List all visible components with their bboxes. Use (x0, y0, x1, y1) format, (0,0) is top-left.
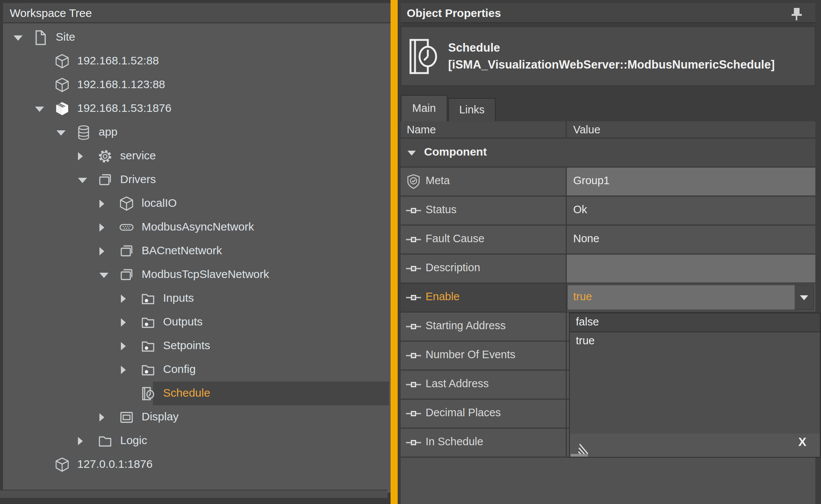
gear-icon (97, 148, 113, 165)
section-title: Component (424, 145, 487, 158)
display-icon (118, 409, 135, 426)
expander-expand-icon[interactable] (78, 437, 83, 445)
tree-node-localio[interactable]: localIO (3, 192, 391, 215)
shield-check-icon (405, 173, 422, 190)
tree-node-setpoints[interactable]: Setpoints (3, 334, 391, 358)
slot-icon (405, 318, 422, 335)
expander-expand-icon[interactable] (99, 223, 104, 232)
tree-node-display[interactable]: Display (3, 405, 391, 429)
section-component[interactable]: Component (401, 139, 815, 168)
tree-node-192-168-1-53-1876[interactable]: 192.168.1.53:1876 (3, 97, 391, 121)
tab-main[interactable]: Main (401, 95, 447, 121)
expander-expand-icon[interactable] (99, 247, 104, 255)
tree-node-label: ModbusAsyncNetwork (142, 220, 254, 233)
property-row-enable[interactable]: Enabletrue (401, 284, 815, 313)
property-name-cell[interactable]: Fault Cause (401, 226, 566, 254)
enable-dropdown-popup: falsetrue X (569, 313, 821, 458)
property-name-cell[interactable]: Meta (401, 168, 566, 195)
property-name-cell[interactable]: Number Of Events (401, 342, 566, 370)
tree-node-modbusasyncnetwork[interactable]: ModbusAsyncNetwork (3, 215, 391, 239)
property-value-cell[interactable]: Group1 (567, 168, 815, 195)
property-name-cell[interactable]: Last Address (401, 371, 566, 399)
panel-splitter[interactable] (391, 0, 398, 504)
expander-collapse-icon[interactable] (56, 130, 66, 136)
expander-collapse-icon[interactable] (99, 273, 108, 278)
close-icon[interactable]: X (798, 435, 806, 449)
pin-icon[interactable] (788, 6, 805, 23)
property-name-cell[interactable]: Status (401, 197, 566, 225)
tree-node-label: app (99, 125, 118, 138)
tree-node-192-168-1-123-88[interactable]: 192.168.1.123:88 (3, 73, 391, 97)
property-value-text: Group1 (573, 174, 610, 187)
property-row-description[interactable]: Description (401, 255, 815, 284)
property-name-label: In Schedule (426, 435, 483, 448)
tree-node-192-168-1-52-88[interactable]: 192.168.1.52:88 (3, 49, 391, 73)
tree-node-modbustcpslavenetwork[interactable]: ModbusTcpSlaveNetwork (3, 263, 391, 287)
dropdown-button[interactable] (795, 285, 813, 310)
dropdown-option-true[interactable]: true (570, 332, 820, 351)
expander-collapse-icon[interactable] (35, 107, 44, 112)
dropdown-scroll-thumb[interactable] (571, 454, 588, 457)
resize-grip-icon[interactable] (578, 440, 593, 455)
tree-node-service[interactable]: service (3, 144, 391, 168)
tree-node-label: 192.168.1.53:1876 (77, 102, 171, 115)
property-name-cell[interactable]: In Schedule (401, 429, 566, 457)
property-name-cell[interactable]: Enable (401, 284, 566, 312)
object-name: Schedule (448, 39, 775, 56)
folders-icon (118, 267, 135, 283)
expander-expand-icon[interactable] (121, 318, 126, 327)
schedule-icon (408, 37, 438, 76)
slot-icon (405, 231, 422, 248)
tree-node-127-0-0-1-1876[interactable]: 127.0.0.1:1876 (3, 453, 391, 477)
property-row-fault-cause[interactable]: Fault CauseNone (401, 226, 815, 255)
property-value-cell[interactable] (567, 255, 815, 283)
expander-expand-icon[interactable] (99, 413, 104, 422)
tree-node-label: 192.168.1.123:88 (77, 78, 165, 91)
dropdown-option-label: false (576, 316, 599, 328)
expander-expand-icon[interactable] (99, 200, 104, 208)
property-value-cell[interactable]: true (567, 284, 815, 312)
tree-node-app[interactable]: app (3, 121, 391, 144)
property-name-label: Meta (426, 174, 450, 187)
expander-collapse-icon[interactable] (78, 178, 87, 183)
object-properties-panel: Object Properties Schedule (398, 0, 821, 504)
tree-node-drivers[interactable]: Drivers (3, 168, 391, 192)
folder-dot-icon (140, 290, 156, 307)
folder-dot-icon (140, 362, 156, 378)
database-icon (75, 124, 92, 141)
chevron-down-icon (800, 295, 808, 300)
workspace-tree-title: Workspace Tree (10, 7, 92, 20)
tree-node-outputs[interactable]: Outputs (3, 310, 391, 334)
property-name-cell[interactable]: Decimal Places (401, 400, 566, 428)
chevron-down-icon[interactable] (407, 151, 416, 156)
expander-collapse-icon[interactable] (14, 35, 23, 41)
property-name-cell[interactable]: Description (401, 255, 566, 283)
tree-node-label: Drivers (120, 173, 156, 186)
tab-links[interactable]: Links (448, 98, 496, 121)
table-header: Name Value (401, 121, 815, 139)
device-cube-icon (54, 53, 70, 70)
enable-value-combobox[interactable]: true (567, 284, 814, 310)
property-value-cell: None (567, 226, 815, 254)
document-icon (32, 29, 49, 46)
expander-expand-icon[interactable] (121, 342, 126, 350)
tree-node-site[interactable]: Site (3, 26, 391, 49)
tree-node-config[interactable]: Config (3, 358, 391, 382)
dropdown-option-false[interactable]: false (570, 313, 820, 332)
horizontal-scrollbar[interactable] (0, 490, 388, 498)
tree-node-schedule[interactable]: Schedule (3, 382, 391, 405)
tree-node-bacnetnetwork[interactable]: BACnetNetwork (3, 239, 391, 263)
tree-node-logic[interactable]: Logic (3, 429, 391, 453)
property-name-cell[interactable]: Starting Address (401, 313, 566, 341)
column-resize-handle[interactable] (566, 121, 567, 137)
tree-node-label: 127.0.0.1:1876 (77, 458, 153, 470)
property-value-cell: Ok (567, 197, 815, 225)
property-row-meta[interactable]: MetaGroup1 (401, 168, 815, 197)
folder-dot-icon (140, 314, 156, 331)
column-header-value: Value (573, 124, 600, 136)
expander-expand-icon[interactable] (121, 295, 126, 303)
expander-expand-icon[interactable] (121, 366, 126, 374)
property-row-status[interactable]: StatusOk (401, 197, 815, 226)
expander-expand-icon[interactable] (78, 152, 83, 160)
tree-node-inputs[interactable]: Inputs (3, 287, 391, 310)
